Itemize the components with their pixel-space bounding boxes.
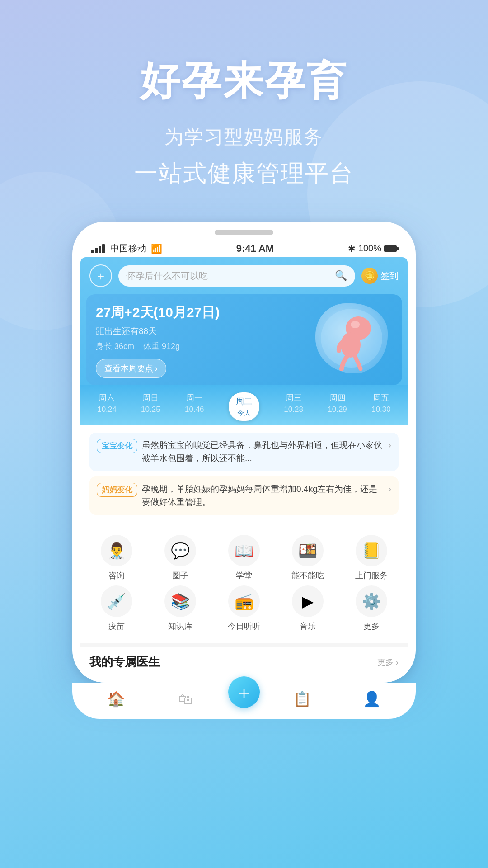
menu-food[interactable]: 🍱 能不能吃 xyxy=(283,535,333,581)
consult-icon: 👨‍⚕️ xyxy=(101,535,132,566)
week-item-sun[interactable]: 周日 10.25 xyxy=(141,392,160,421)
week-day-sun: 周日 xyxy=(142,392,159,403)
status-time: 9:41 AM xyxy=(236,243,274,255)
menu-vaccine[interactable]: 💉 疫苗 xyxy=(92,585,141,632)
baby-change-text: 虽然胎宝宝的嗅觉已经具备，鼻孔也与外界相通，但现在小家伙被羊水包围着，所以还不能… xyxy=(142,439,384,465)
week-item-fri[interactable]: 周五 10.30 xyxy=(371,392,391,421)
home-icon: 🏠 xyxy=(107,690,125,708)
nav-add-button[interactable]: ＋ xyxy=(228,676,260,708)
carrier-text: 中国移动 xyxy=(110,242,146,255)
nav-home[interactable]: 🏠 xyxy=(89,690,143,708)
week-item-wed[interactable]: 周三 10.28 xyxy=(284,392,303,421)
app-title: 好孕来孕育 xyxy=(0,54,488,108)
food-label: 能不能吃 xyxy=(291,570,324,581)
week-day-wed: 周三 xyxy=(286,392,302,403)
fetus-illustration xyxy=(315,303,392,376)
menu-row-1: 👨‍⚕️ 咨询 💬 圈子 📖 学堂 🍱 能不能吃 xyxy=(85,535,403,581)
baby-change-arrow: › xyxy=(388,440,391,450)
nav-records[interactable]: 📋 xyxy=(275,690,329,708)
sign-in-button[interactable]: 🪙 签到 xyxy=(361,268,399,284)
mom-change-text: 孕晚期，单胎妊娠的孕妈妈每周体重增加0.4kg左右为佳，还是要做好体重管理。 xyxy=(142,483,384,509)
knowledge-icon: 📚 xyxy=(164,585,196,617)
bluetooth-icon: ✱ xyxy=(348,243,356,254)
week-date-sat: 10.24 xyxy=(97,405,117,414)
community-label: 圈子 xyxy=(172,570,188,581)
week-item-tue[interactable]: 周二 今天 xyxy=(229,392,259,421)
academy-icon: 📖 xyxy=(228,535,260,566)
menu-community[interactable]: 💬 圈子 xyxy=(155,535,205,581)
bottom-navigation: 🏠 🛍 ＋ 📋 👤 xyxy=(72,683,416,719)
records-icon: 📋 xyxy=(293,690,311,708)
app-subtitle1: 为学习型妈妈服务 xyxy=(0,124,488,150)
week-date-wed: 10.28 xyxy=(284,405,303,414)
more-label: 更多 xyxy=(363,621,380,632)
svg-point-3 xyxy=(351,321,360,328)
add-button[interactable]: ＋ xyxy=(89,264,112,287)
baby-change-tag: 宝宝变化 xyxy=(97,439,137,453)
week-details-label: 查看本周要点 xyxy=(104,363,153,374)
nav-shop[interactable]: 🛍 xyxy=(159,691,213,708)
shop-icon: 🛍 xyxy=(178,691,193,708)
podcast-icon: 📻 xyxy=(228,585,260,617)
sign-in-label: 签到 xyxy=(380,270,399,282)
coin-icon: 🪙 xyxy=(361,268,378,284)
home-service-label: 上门服务 xyxy=(355,570,388,581)
svg-point-2 xyxy=(341,332,361,358)
info-cards-section: 宝宝变化 虽然胎宝宝的嗅觉已经具备，鼻孔也与外界相通，但现在小家伙被羊水包围着，… xyxy=(80,425,408,528)
music-label: 音乐 xyxy=(300,621,316,632)
nav-profile[interactable]: 👤 xyxy=(345,690,399,708)
status-right: ✱ 100% xyxy=(348,243,397,254)
knowledge-label: 知识库 xyxy=(168,621,192,632)
hero-section: 好孕来孕育 为学习型妈妈服务 一站式健康管理平台 xyxy=(0,54,488,189)
week-day-fri: 周五 xyxy=(373,392,389,403)
mom-change-tag: 妈妈变化 xyxy=(97,483,137,497)
fetus-weight: 体重 912g xyxy=(143,342,180,351)
phone-mockup: 中国移动 📶 9:41 AM ✱ 100% ＋ 怀孕后什么不可以吃 🔍 xyxy=(72,222,416,719)
menu-consult[interactable]: 👨‍⚕️ 咨询 xyxy=(92,535,141,581)
menu-grid: 👨‍⚕️ 咨询 💬 圈子 📖 学堂 🍱 能不能吃 xyxy=(80,528,408,643)
week-item-sat[interactable]: 周六 10.24 xyxy=(97,392,117,421)
fetus-height: 身长 36cm xyxy=(96,342,134,351)
pregnancy-card: 27周+2天(10月27日) 距出生还有88天 身长 36cm 体重 912g … xyxy=(86,294,402,385)
status-left: 中国移动 📶 xyxy=(91,242,162,255)
battery-icon xyxy=(384,245,397,252)
food-icon: 🍱 xyxy=(292,535,324,566)
menu-home-service[interactable]: 📒 上门服务 xyxy=(347,535,396,581)
week-item-mon[interactable]: 周一 10.46 xyxy=(185,392,204,421)
signal-icon xyxy=(91,244,105,253)
menu-podcast[interactable]: 📻 今日听听 xyxy=(219,585,269,632)
wifi-icon: 📶 xyxy=(151,243,162,254)
doctor-section-title: 我的专属医生 xyxy=(89,654,160,670)
week-item-thu[interactable]: 周四 10.29 xyxy=(328,392,347,421)
menu-music[interactable]: ▶ 音乐 xyxy=(283,585,333,632)
pregnancy-stats: 身长 36cm 体重 912g xyxy=(96,341,315,352)
battery-percent: 100% xyxy=(358,243,381,254)
week-date-thu: 10.29 xyxy=(328,405,347,414)
week-navigation: 周六 10.24 周日 10.25 周一 10.46 周二 今天 周三 10 xyxy=(80,385,408,425)
doctor-section-more[interactable]: 更多 › xyxy=(377,657,399,668)
week-date-fri: 10.30 xyxy=(371,405,391,414)
search-icon: 🔍 xyxy=(335,270,347,282)
community-icon: 💬 xyxy=(164,535,196,566)
status-bar: 中国移动 📶 9:41 AM ✱ 100% xyxy=(80,240,408,257)
podcast-label: 今日听听 xyxy=(228,621,260,632)
vaccine-icon: 💉 xyxy=(101,585,132,617)
week-details-arrow: › xyxy=(155,364,158,373)
mom-change-card[interactable]: 妈妈变化 孕晚期，单胎妊娠的孕妈妈每周体重增加0.4kg左右为佳，还是要做好体重… xyxy=(89,476,399,515)
pregnancy-days-left: 距出生还有88天 xyxy=(96,326,315,337)
menu-academy[interactable]: 📖 学堂 xyxy=(219,535,269,581)
menu-knowledge[interactable]: 📚 知识库 xyxy=(155,585,205,632)
week-today-label: 今天 xyxy=(237,409,251,417)
week-day-mon: 周一 xyxy=(186,392,202,403)
week-details-button[interactable]: 查看本周要点 › xyxy=(96,359,166,378)
search-area: ＋ 怀孕后什么不可以吃 🔍 🪙 签到 xyxy=(80,257,408,294)
menu-row-2: 💉 疫苗 📚 知识库 📻 今日听听 ▶ 音乐 xyxy=(85,585,403,632)
search-box[interactable]: 怀孕后什么不可以吃 🔍 xyxy=(118,265,355,287)
week-date-mon: 10.46 xyxy=(185,405,204,414)
doctor-section-header: 我的专属医生 更多 › xyxy=(89,654,399,670)
add-icon: ＋ xyxy=(235,680,253,705)
baby-change-card[interactable]: 宝宝变化 虽然胎宝宝的嗅觉已经具备，鼻孔也与外界相通，但现在小家伙被羊水包围着，… xyxy=(89,433,399,471)
mom-change-arrow: › xyxy=(388,484,391,494)
menu-more[interactable]: ⚙️ 更多 xyxy=(347,585,396,632)
music-icon: ▶ xyxy=(292,585,324,617)
